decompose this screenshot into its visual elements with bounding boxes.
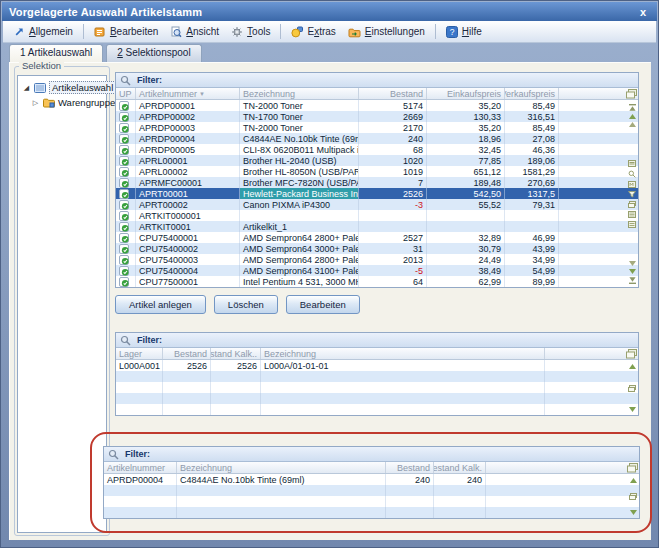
menu-item-einstellungen[interactable]: Einstellungen: [342, 24, 431, 40]
move-up-icon[interactable]: [629, 364, 636, 369]
tab-2-selektionspool[interactable]: 2 Selektionspool: [106, 44, 201, 62]
lager-filter-bar[interactable]: Filter:: [116, 333, 638, 348]
table-row[interactable]: CPU75400003AMD Sempron64 2800+ Palermo, …: [116, 254, 638, 265]
up-check-icon: [119, 277, 129, 287]
collapsed-arrow-icon[interactable]: ▷: [31, 99, 40, 107]
empty-table-row[interactable]: [116, 404, 638, 415]
move-down-icon[interactable]: [630, 510, 637, 515]
artikel-anlegen-button[interactable]: Artikel anlegen: [115, 295, 206, 314]
column-header-bestand[interactable]: Bestand: [163, 348, 211, 359]
table-row[interactable]: CPU75400004AMD Sempron64 3100+ Palermo, …: [116, 265, 638, 276]
column-header-label: Bezeichnung: [243, 89, 295, 99]
column-header-bezeichnung[interactable]: Bezeichnung: [261, 348, 545, 359]
table-row[interactable]: APRT00002Canon PIXMA iP4300-355,5279,31: [116, 199, 638, 210]
column-header-bestand[interactable]: Bestand: [359, 88, 427, 99]
table-row[interactable]: ARTKIT000001: [116, 210, 638, 221]
table-row[interactable]: APRMFC00001Brother MFC-7820N (USB/PAR/LA…: [116, 177, 638, 188]
menu-item-hilfe[interactable]: ?Hilfe: [440, 24, 488, 40]
table-row[interactable]: CPU75400001AMD Sempron64 2800+ Palermo, …: [116, 232, 638, 243]
table-row[interactable]: APRL00002Brother HL-8050N (USB/PAR/LAN)1…: [116, 166, 638, 177]
menu-item-label: Extras: [307, 26, 335, 37]
detail-filter-bar[interactable]: Filter:: [104, 447, 639, 462]
table-row[interactable]: APRDP00005CLI-8X 0620B011 Multipack inkl…: [116, 144, 638, 155]
nav-strip-group-bottom: [630, 510, 637, 515]
articles-filter-bar[interactable]: Filter:: [116, 73, 638, 88]
table-row[interactable]: APRDP00004C4844AE No.10bk Tinte (69ml)24…: [116, 133, 638, 144]
column-header-einkaufspreis[interactable]: Einkaufspreis: [427, 88, 505, 99]
column-header-artikelnummer[interactable]: Artikelnummer: [104, 462, 177, 473]
cards-icon[interactable]: [629, 493, 637, 500]
move-down-icon[interactable]: [629, 269, 636, 274]
filter-label: Filter:: [137, 75, 162, 85]
cell-bezeichnung: Brother HL-8050N (USB/PAR/LAN): [240, 166, 359, 177]
filter-icon[interactable]: [628, 191, 636, 198]
column-header-bestand[interactable]: Bestand: [386, 462, 434, 473]
menu-item-extras[interactable]: Extras: [285, 24, 341, 40]
table-row[interactable]: APRDP00004C4844AE No.10bk Tinte (69ml)24…: [104, 474, 639, 485]
cell-bestand: 1019: [359, 166, 427, 177]
empty-table-row[interactable]: [104, 496, 639, 507]
page-up-icon[interactable]: [629, 122, 636, 127]
menu-item-tools[interactable]: Tools: [225, 24, 276, 40]
table-row[interactable]: ARTKIT0001Artikelkit_1: [116, 221, 638, 232]
table-row[interactable]: APRT00001Hewlett-Packard Business InkJet…: [116, 188, 638, 199]
scroll-bottom-icon[interactable]: [629, 277, 636, 284]
table-row[interactable]: APRDP00003TN-2000 Toner217035,2085,49: [116, 122, 638, 133]
expanded-arrow-icon[interactable]: ◢: [22, 84, 31, 92]
search-small-icon[interactable]: [628, 170, 636, 178]
column-header-bezeichnung[interactable]: Bezeichnung: [177, 462, 386, 473]
close-icon[interactable]: x: [636, 6, 650, 18]
empty-table-row[interactable]: [104, 485, 639, 496]
empty-table-row[interactable]: [104, 507, 639, 518]
cell-verkaufspreis: 54,99: [505, 265, 559, 276]
cards-icon[interactable]: [628, 385, 636, 392]
table-row[interactable]: CPU77500001Intel Pentium 4 531, 3000 MHz…: [116, 276, 638, 287]
cell-artikelnummer: CPU75400004: [136, 265, 240, 276]
empty-table-row[interactable]: [116, 371, 638, 382]
empty-table-row[interactable]: [116, 393, 638, 404]
tree-item-warengruppen[interactable]: ▷Warengruppen: [18, 95, 106, 110]
table-row[interactable]: APRDP00001TN-2000 Toner517435,2085,49: [116, 100, 638, 111]
nav-strip-group-bottom: [629, 261, 636, 284]
list-view2-icon[interactable]: [628, 221, 636, 228]
move-down-icon[interactable]: [629, 407, 636, 412]
menu-item-bearbeiten[interactable]: Bearbeiten: [88, 24, 164, 40]
mark-icon[interactable]: [628, 181, 636, 188]
column-header-bestand_kalk[interactable]: Bestand Kalk..: [211, 348, 261, 359]
up-check-icon: [119, 222, 129, 232]
cards-icon[interactable]: [628, 201, 636, 208]
move-up-icon[interactable]: [630, 478, 637, 483]
up-check-icon: [119, 156, 129, 166]
move-up-icon[interactable]: [629, 114, 636, 119]
empty-table-row[interactable]: [116, 382, 638, 393]
l-schen-button[interactable]: Löschen: [214, 295, 278, 314]
cell-artikelnummer: APRL00002: [136, 166, 240, 177]
arrow-up-right-icon: [14, 26, 25, 37]
search-icon: [108, 449, 119, 460]
column-header-lager[interactable]: Lager: [116, 348, 163, 359]
page-down-icon[interactable]: [629, 261, 636, 266]
cell-bezeichnung: [240, 210, 359, 221]
menu-item-ansicht[interactable]: Ansicht: [164, 24, 225, 40]
list-view-icon[interactable]: [628, 211, 636, 218]
table-row[interactable]: CPU75400002AMD Sempron64 3000+ Palermo, …: [116, 243, 638, 254]
scroll-top-icon[interactable]: [629, 104, 636, 111]
tree-item-artikelauswahl[interactable]: ◢Artikelauswahl: [18, 80, 106, 95]
column-header-artikelnummer[interactable]: Artikelnummer▼: [136, 88, 240, 99]
column-header-verkaufspreis[interactable]: Verkaufspreis: [505, 88, 559, 99]
cell-bestand_kalk: [211, 382, 261, 393]
cell-filler: [486, 507, 639, 518]
column-header-up[interactable]: UP: [116, 88, 136, 99]
table-row[interactable]: L000A00125262526L000A/01-01-01: [116, 360, 638, 371]
menu-item-label: Hilfe: [462, 26, 482, 37]
view-icon[interactable]: [628, 160, 636, 167]
up-check-icon: [119, 266, 129, 276]
up-check-icon: [119, 211, 129, 221]
bearbeiten-button[interactable]: Bearbeiten: [286, 295, 360, 314]
sort-indicator-icon: ▼: [199, 91, 205, 97]
column-header-bestand_kalk[interactable]: Bestand Kalk.: [434, 462, 486, 473]
table-row[interactable]: APRL00001Brother HL-2040 (USB)102077,851…: [116, 155, 638, 166]
column-header-bezeichnung[interactable]: Bezeichnung: [240, 88, 359, 99]
menu-item-allgemein[interactable]: Allgemein: [8, 24, 79, 39]
table-row[interactable]: APRDP00002TN-1700 Toner2669130,33316,51: [116, 111, 638, 122]
